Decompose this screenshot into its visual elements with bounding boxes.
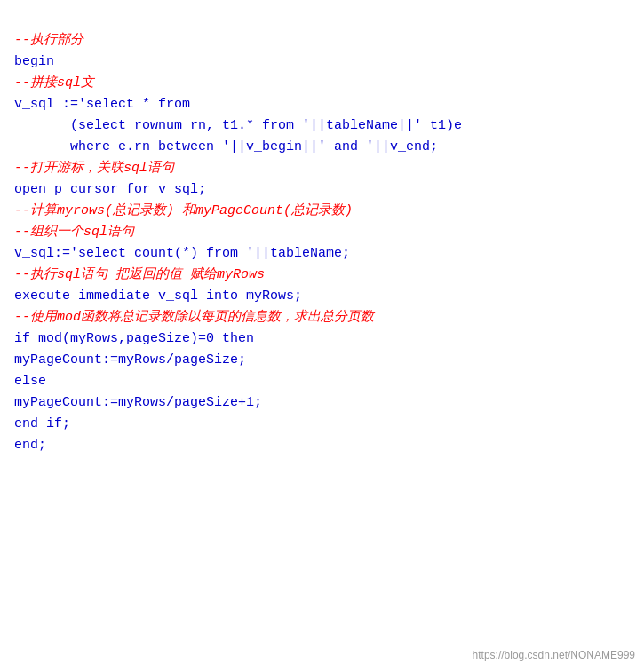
- comment-line: --打开游标，关联sql语句: [14, 158, 630, 179]
- code-line: if mod(myRows,pageSize)=0 then: [14, 328, 630, 350]
- code-line: myPageCount:=myRows/pageSize;: [14, 350, 630, 371]
- comment-line: --使用mod函数将总记录数除以每页的信息数，求出总分页数: [14, 307, 630, 328]
- code-line: end;: [14, 435, 630, 456]
- code-line: else: [14, 371, 630, 392]
- code-line: end if;: [14, 414, 630, 435]
- code-container: --执行部分begin--拼接sql文v_sql :='select * fro…: [14, 9, 630, 456]
- code-line: execute immediate v_sql into myRows;: [14, 286, 630, 307]
- code-line: (select rownum rn, t1.* from '||tableNam…: [14, 115, 630, 137]
- watermark-text: https://blog.csdn.net/NONAME999: [473, 649, 635, 661]
- code-line: open p_cursor for v_sql;: [14, 179, 630, 201]
- code-line: where e.rn between '||v_begin||' and '||…: [14, 137, 630, 158]
- code-line: begin: [14, 51, 630, 73]
- code-line: myPageCount:=myRows/pageSize+1;: [14, 392, 630, 414]
- code-line: v_sql :='select * from: [14, 94, 630, 115]
- comment-line: --执行部分: [14, 30, 630, 51]
- comment-line: --拼接sql文: [14, 73, 630, 94]
- comment-line: --执行sql语句 把返回的值 赋给myRows: [14, 265, 630, 286]
- comment-line: --计算myrows(总记录数) 和myPageCount(总记录数): [14, 201, 630, 222]
- comment-line: --组织一个sql语句: [14, 222, 630, 243]
- code-line: v_sql:='select count(*) from '||tableNam…: [14, 243, 630, 265]
